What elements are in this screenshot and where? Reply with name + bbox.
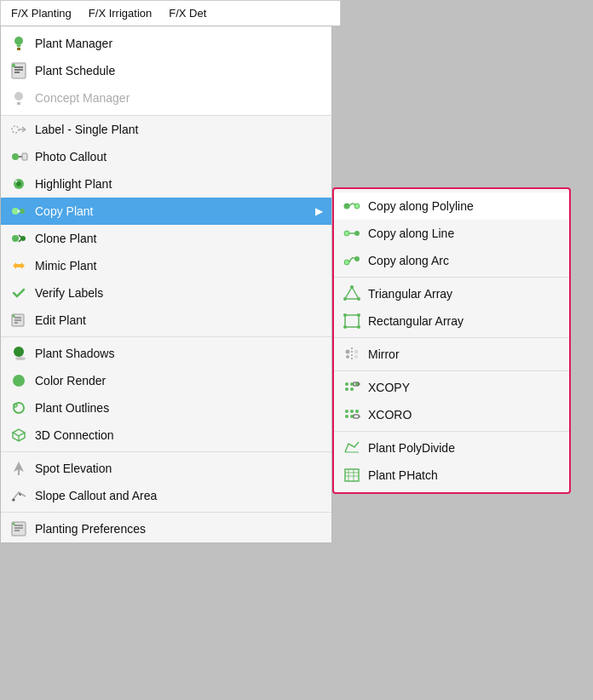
menu-item-plant-manager[interactable]: Plant Manager — [1, 30, 331, 57]
slope-callout-icon — [9, 486, 28, 505]
rectangular-array-icon — [343, 312, 361, 330]
menu-bar: F/X Planting F/X Irrigation F/X Det — [0, 0, 341, 26]
rectangular-array-label: Rectangular Array — [368, 314, 561, 328]
svg-point-62 — [350, 382, 354, 386]
plant-polydivide-icon — [343, 439, 361, 457]
svg-rect-71 — [345, 469, 359, 481]
svg-point-21 — [12, 235, 19, 242]
photo-callout-icon — [9, 147, 28, 166]
menu-bar-fx-det[interactable]: F/X Det — [165, 5, 210, 21]
highlight-plant-icon — [9, 175, 28, 193]
menu-item-3d-connection[interactable]: 3D Connection — [1, 422, 331, 449]
copy-plant-submenu: Copy along Polyline Copy along Line Copy… — [332, 187, 571, 494]
svg-point-70 — [350, 415, 354, 418]
svg-point-61 — [345, 382, 348, 386]
copy-polyline-icon — [343, 197, 361, 215]
xcopy-icon — [343, 378, 361, 397]
svg-point-63 — [355, 382, 359, 386]
plant-shadows-icon — [9, 344, 28, 363]
svg-point-27 — [13, 315, 15, 318]
menu-item-concept-manager[interactable]: Concept Manager — [1, 84, 331, 112]
menu-item-copy-along-polyline[interactable]: Copy along Polyline — [334, 192, 569, 220]
menu-item-label-single-plant[interactable]: Label - Single Plant — [1, 116, 331, 143]
svg-point-35 — [13, 499, 15, 502]
xcoro-label: XCORO — [368, 408, 561, 422]
plant-outlines-icon — [9, 399, 28, 417]
plant-outlines-label: Plant Outlines — [35, 401, 323, 415]
verify-labels-icon — [9, 284, 28, 302]
svg-point-40 — [13, 523, 15, 525]
menu-item-verify-labels[interactable]: Verify Labels — [1, 279, 331, 307]
spot-elevation-label: Spot Elevation — [35, 462, 323, 475]
menu-item-clone-plant[interactable]: Clone Plant — [1, 225, 331, 252]
svg-point-7 — [14, 92, 23, 100]
copy-along-arc-label: Copy along Arc — [368, 254, 561, 267]
menu-bar-fx-irrigation[interactable]: F/X Irrigation — [85, 5, 155, 21]
menu-item-plant-schedule[interactable]: Plant Schedule — [1, 57, 331, 84]
menu-item-color-render[interactable]: Color Render — [1, 367, 331, 394]
plant-schedule-icon — [9, 61, 28, 80]
menu-item-slope-callout[interactable]: Slope Callout and Area — [1, 482, 331, 509]
planting-preferences-icon — [9, 519, 28, 538]
menu-item-spot-elevation[interactable]: Spot Elevation — [1, 455, 331, 482]
svg-point-66 — [345, 410, 348, 413]
plant-manager-icon — [9, 34, 28, 53]
dropdown-main-section: Label - Single Plant Photo Callout — [1, 116, 331, 542]
label-icon — [9, 120, 28, 139]
menu-item-plant-polydivide[interactable]: Plant PolyDivide — [334, 434, 569, 462]
svg-point-57 — [346, 350, 350, 354]
copy-plant-icon — [9, 202, 28, 221]
svg-point-19 — [12, 208, 19, 215]
menu-item-edit-plant[interactable]: Edit Plant — [1, 307, 331, 334]
svg-point-42 — [354, 204, 360, 209]
photo-callout-label: Photo Callout — [35, 150, 323, 164]
menu-item-rectangular-array[interactable]: Rectangular Array — [334, 307, 569, 335]
mimic-plant-icon — [9, 256, 28, 275]
menu-item-triangular-array[interactable]: Triangular Array — [334, 280, 569, 307]
menu-item-plant-phatch[interactable]: Plant PHatch — [334, 462, 569, 489]
edit-plant-label: Edit Plant — [35, 313, 323, 327]
sub-separator-4 — [334, 431, 569, 432]
menu-item-copy-along-line[interactable]: Copy along Line — [334, 220, 569, 247]
svg-point-68 — [355, 410, 359, 413]
svg-point-0 — [14, 37, 23, 45]
svg-point-69 — [345, 415, 348, 418]
menu-item-xcopy[interactable]: XCOPY — [334, 374, 569, 401]
plant-schedule-label: Plant Schedule — [35, 64, 323, 77]
menu-item-xcoro[interactable]: XCORO — [334, 401, 569, 428]
separator-2 — [1, 451, 331, 452]
menu-item-planting-preferences[interactable]: Planting Preferences — [1, 515, 331, 542]
menu-item-plant-outlines[interactable]: Plant Outlines — [1, 394, 331, 422]
svg-point-9 — [12, 126, 19, 133]
plant-phatch-label: Plant PHatch — [368, 468, 561, 482]
menu-item-copy-along-arc[interactable]: Copy along Arc — [334, 247, 569, 274]
svg-rect-15 — [22, 153, 27, 160]
plant-shadows-label: Plant Shadows — [35, 347, 323, 360]
svg-point-18 — [15, 181, 18, 183]
menu-item-mimic-plant[interactable]: Mimic Plant — [1, 252, 331, 279]
main-dropdown: Plant Manager Plant Schedule — [0, 26, 332, 543]
slope-callout-label: Slope Callout and Area — [35, 489, 323, 502]
svg-point-58 — [354, 350, 359, 354]
copy-plant-arrow: ▶ — [315, 205, 323, 217]
svg-point-41 — [344, 204, 350, 209]
svg-point-64 — [345, 387, 348, 391]
svg-point-59 — [346, 355, 349, 359]
menu-bar-fx-planting[interactable]: F/X Planting — [8, 5, 75, 21]
mirror-label: Mirror — [368, 347, 561, 361]
svg-point-31 — [14, 403, 24, 413]
menu-item-copy-plant[interactable]: Copy Plant ▶ — [1, 198, 331, 225]
menu-item-plant-shadows[interactable]: Plant Shadows — [1, 340, 331, 367]
clone-plant-icon — [9, 229, 28, 248]
dropdown-top-section: Plant Manager Plant Schedule — [1, 26, 331, 116]
triangular-array-icon — [343, 284, 361, 303]
copy-arc-icon — [343, 251, 361, 270]
separator-3 — [1, 512, 331, 513]
menu-item-photo-callout[interactable]: Photo Callout — [1, 143, 331, 170]
sub-separator-1 — [334, 277, 569, 278]
menu-item-highlight-plant[interactable]: Highlight Plant — [1, 170, 331, 198]
menu-item-mirror[interactable]: Mirror — [334, 341, 569, 368]
svg-point-6 — [12, 64, 15, 67]
triangular-array-label: Triangular Array — [368, 287, 561, 301]
mimic-plant-label: Mimic Plant — [35, 259, 323, 273]
